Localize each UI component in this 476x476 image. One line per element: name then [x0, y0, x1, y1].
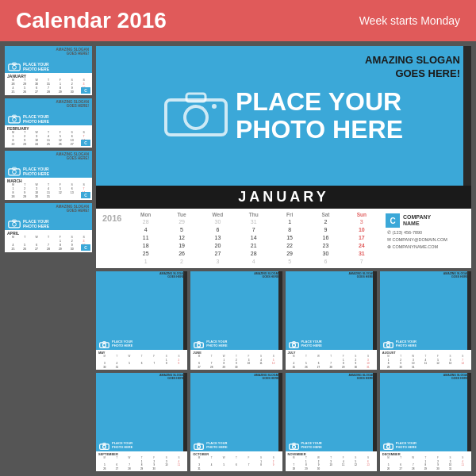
camera-icon: [99, 443, 109, 450]
company-phone: ✆ (123) 456-7890: [386, 230, 465, 235]
bottom-rows: AMAZING SLOGANGOES HERE! PLACE YOURPHOTO…: [96, 271, 471, 471]
svg-point-1: [13, 66, 17, 70]
svg-rect-14: [186, 94, 205, 102]
camera-icon: [289, 443, 299, 450]
small-cal-august: AMAZING SLOGANGOES HERE! PLACE YOURPHOTO…: [380, 271, 471, 370]
svg-point-7: [13, 171, 17, 175]
featured-top: AMAZING SLOGAN GOES HERE! PLACE YOUR PHO…: [96, 46, 471, 186]
company-email: ✉ COMPANY@DOMAIN.COM: [386, 237, 465, 242]
bottom-row-2: AMAZING SLOGANGOES HERE! PLACE YOURPHOTO…: [96, 373, 471, 471]
camera-icon: [194, 443, 204, 450]
company-website: ⊕ COMPANYNAME.COM: [386, 244, 465, 249]
small-cal-january: AMAZING SLOGANGOES HERE! PLACE YOURPHOTO…: [5, 46, 92, 95]
camera-icon: [383, 443, 393, 450]
svg-point-15: [212, 104, 217, 109]
page-title: Calendar 2016: [16, 8, 167, 33]
company-name: COMPANY NAME: [403, 214, 431, 228]
main-content: AMAZING SLOGANGOES HERE! PLACE YOURPHOTO…: [0, 41, 476, 476]
svg-point-23: [292, 344, 295, 347]
week-starts-label: Week starts Monday: [359, 14, 460, 27]
small-cal-may: AMAZING SLOGANGOES HERE! PLACE YOURPHOTO…: [96, 271, 187, 370]
camera-icon: [8, 167, 21, 176]
svg-point-32: [198, 445, 201, 448]
small-cal-april: AMAZING SLOGANGOES HERE! PLACE YOURPHOTO…: [5, 203, 92, 252]
featured-bottom: JANUARY 2016 MonTueWedThuFriSatSun 28293…: [96, 186, 471, 268]
svg-point-13: [185, 106, 207, 129]
svg-point-29: [103, 445, 106, 448]
svg-point-26: [386, 344, 390, 347]
svg-point-17: [103, 344, 106, 347]
right-area: AMAZING SLOGAN GOES HERE! PLACE YOUR PHO…: [96, 46, 471, 471]
small-cal-february: AMAZING SLOGANGOES HERE! PLACE YOURPHOTO…: [5, 98, 92, 148]
featured-calendar: AMAZING SLOGAN GOES HERE! PLACE YOUR PHO…: [96, 46, 471, 268]
svg-point-35: [292, 445, 295, 448]
svg-point-38: [386, 445, 390, 448]
year-label: 2016: [102, 213, 121, 223]
january-grid: MonTueWedThuFriSatSun 28293031123 456789…: [128, 212, 379, 265]
camera-icon: [8, 114, 21, 124]
left-column: AMAZING SLOGANGOES HERE! PLACE YOURPHOTO…: [5, 46, 92, 471]
company-logo: C: [386, 213, 400, 228]
camera-icon: [99, 341, 109, 348]
small-cal-june: AMAZING SLOGANGOES HERE! PLACE YOURPHOTO…: [190, 271, 282, 370]
slogan-line1: AMAZING SLOGAN: [365, 54, 460, 66]
camera-icon: [8, 62, 21, 71]
svg-point-10: [13, 223, 17, 227]
company-info: C COMPANY NAME ✆ (123) 456-7890 ✉ COMPAN…: [386, 212, 465, 265]
camera-icon: [289, 341, 299, 348]
camera-icon: [194, 341, 204, 348]
svg-point-20: [198, 344, 201, 347]
small-cal-november: AMAZING SLOGANGOES HERE! PLACE YOURPHOTO…: [286, 373, 377, 471]
camera-icon-large: [164, 92, 228, 140]
calendar-grid-area: 2016 MonTueWedThuFriSatSun 28293031123 4…: [96, 209, 471, 268]
small-cal-september: AMAZING SLOGANGOES HERE! PLACE YOURPHOTO…: [96, 373, 187, 471]
camera-icon: [8, 219, 21, 228]
small-cal-march: AMAZING SLOGANGOES HERE! PLACE YOURPHOTO…: [5, 151, 92, 200]
month-bar: JANUARY: [96, 186, 471, 209]
small-cal-july: AMAZING SLOGANGOES HERE! PLACE YOURPHOTO…: [286, 271, 377, 370]
small-cal-december: AMAZING SLOGANGOES HERE! PLACE YOURPHOTO…: [380, 373, 471, 471]
photo-placeholder-text: PLACE YOUR PHOTO HERE: [236, 88, 403, 144]
bottom-row-1: AMAZING SLOGANGOES HERE! PLACE YOURPHOTO…: [96, 271, 471, 370]
page-header: Calendar 2016 Week starts Monday: [0, 0, 476, 41]
camera-icon: [383, 341, 393, 348]
small-cal-october: AMAZING SLOGANGOES HERE! PLACE YOURPHOTO…: [190, 373, 282, 471]
svg-point-4: [13, 118, 17, 122]
slogan-line2: GOES HERE!: [395, 67, 460, 79]
